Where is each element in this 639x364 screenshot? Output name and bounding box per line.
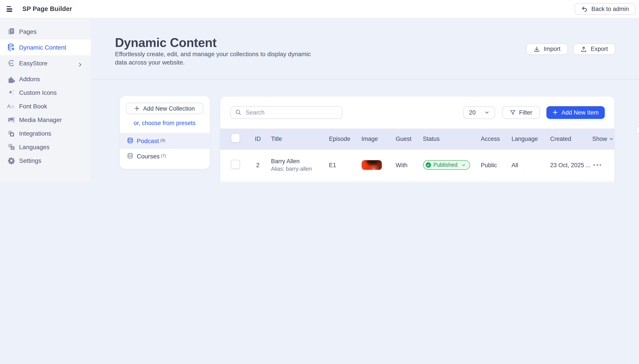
- sidebar-item-settings[interactable]: Settings: [0, 154, 91, 168]
- add-new-collection-button[interactable]: Add New Collection: [126, 103, 203, 114]
- integrations-icon: [7, 129, 15, 138]
- row-checkbox[interactable]: [231, 160, 240, 169]
- languages-icon: [7, 143, 15, 151]
- svg-text:A: A: [7, 103, 11, 109]
- row-title: Barry Allen: [271, 158, 329, 165]
- menu-icon[interactable]: [6, 6, 12, 12]
- addons-icon: [7, 75, 15, 83]
- plus-icon: [134, 106, 140, 111]
- custom-icons-icon: [7, 88, 15, 97]
- collection-count: (7): [161, 153, 166, 158]
- column-header-show[interactable]: Show: [592, 136, 614, 142]
- row-actions: [592, 164, 605, 166]
- sidebar-item-addons[interactable]: Addons: [0, 72, 91, 86]
- column-header-title: Title: [269, 136, 329, 142]
- row-status-cell: Published: [423, 160, 481, 170]
- filter-button[interactable]: Filter: [502, 106, 540, 119]
- import-button[interactable]: Import: [526, 43, 568, 55]
- row-thumbnail: [362, 160, 382, 170]
- column-header-episode: Episode: [329, 136, 362, 142]
- database-icon: [127, 153, 134, 159]
- sidebar-item-custom-icons[interactable]: Custom Icons: [0, 86, 91, 100]
- column-header-created: Created: [550, 136, 592, 142]
- search-input[interactable]: [245, 109, 338, 116]
- choose-presets-link[interactable]: or, choose from presets: [120, 120, 210, 126]
- table-controls: 20 Filter Add New Item: [220, 96, 614, 119]
- row-alias: Alias: barry-allen: [271, 166, 329, 172]
- row-language: All: [512, 162, 550, 168]
- table-panel: 20 Filter Add New Item: [220, 96, 614, 182]
- collection-count: (9): [160, 138, 165, 142]
- chevron-right-icon: [78, 61, 82, 69]
- column-header-image: Image: [362, 136, 396, 142]
- collection-item-courses[interactable]: Courses(7): [120, 148, 210, 164]
- chevron-down-icon: [610, 137, 614, 141]
- media-manager-icon: [7, 116, 15, 124]
- sidebar-item-integrations[interactable]: Integrations: [0, 126, 91, 140]
- row-access: Public: [481, 162, 512, 168]
- undo-arrow-icon: [581, 6, 588, 12]
- column-header-id: ID: [246, 136, 269, 142]
- back-to-admin-button[interactable]: Back to admin: [575, 3, 636, 15]
- plus-icon: [552, 110, 558, 115]
- easystore-icon: [7, 59, 15, 67]
- pages-icon: [7, 27, 15, 36]
- row-title-cell: Barry AllenAlias: barry-allen: [269, 158, 329, 172]
- page-title: Dynamic Content: [115, 35, 216, 50]
- page-subtitle: Effortlessly create, edit, and manage yo…: [115, 50, 324, 67]
- app-title: SP Page Builder: [22, 6, 72, 12]
- row-guest: With: [396, 162, 423, 168]
- app-root: PagesDynamic ContentEasyStoreAddonsCusto…: [0, 0, 639, 182]
- row-episode: E1: [329, 162, 362, 168]
- export-button[interactable]: Export: [573, 43, 615, 55]
- chevron-down-icon: [462, 163, 466, 167]
- check-circle-icon: [426, 162, 431, 168]
- search-icon: [235, 110, 242, 116]
- collection-item-podcast[interactable]: Podcast(9): [120, 133, 210, 148]
- status-dropdown[interactable]: Published: [423, 160, 470, 170]
- table-body: 2Barry AllenAlias: barry-allenE1WithPubl…: [220, 150, 614, 182]
- collection-list: Podcast(9)Courses(7): [120, 133, 210, 164]
- add-new-item-button[interactable]: Add New Item: [546, 106, 605, 119]
- page-header: Dynamic Content Effortlessly create, edi…: [91, 18, 639, 80]
- table-row: 3Barry AllenAlias: barry-allen-2E1WithPu…: [220, 181, 614, 182]
- page-size-select[interactable]: 20: [463, 106, 495, 119]
- main-content: Dynamic Content Effortlessly create, edi…: [91, 18, 639, 182]
- scrollbar-thumb[interactable]: [636, 126, 639, 134]
- row-created: 23 Oct, 2025 ...: [550, 162, 592, 168]
- sidebar-item-font-book[interactable]: AaFont Book: [0, 100, 91, 113]
- sidebar: PagesDynamic ContentEasyStoreAddonsCusto…: [0, 18, 91, 182]
- ellipsis-menu-icon[interactable]: [593, 164, 605, 166]
- dynamic-content-icon: [7, 43, 15, 51]
- sidebar-item-dynamic-content[interactable]: Dynamic Content: [0, 39, 91, 55]
- sidebar-nav: PagesDynamic ContentEasyStoreAddonsCusto…: [0, 18, 91, 168]
- select-all-checkbox[interactable]: [231, 134, 240, 143]
- row-image-cell: [362, 160, 396, 170]
- download-icon: [534, 46, 540, 52]
- sidebar-item-pages[interactable]: Pages: [0, 24, 91, 39]
- collections-card: Add New Collection or, choose from prese…: [120, 96, 210, 169]
- database-icon: [127, 137, 134, 144]
- sidebar-item-languages[interactable]: Languages: [0, 140, 91, 154]
- top-bar: SP Page Builder Back to admin: [0, 0, 639, 18]
- upload-icon: [581, 46, 587, 52]
- svg-text:a: a: [11, 103, 14, 109]
- chevron-down-icon: [484, 110, 489, 115]
- settings-icon: [7, 156, 15, 165]
- sidebar-item-easystore[interactable]: EasyStore: [0, 55, 91, 71]
- column-header-access: Access: [481, 136, 512, 142]
- column-header-status: Status: [423, 136, 481, 142]
- row-id: 2: [246, 162, 269, 168]
- table-row: 2Barry AllenAlias: barry-allenE1WithPubl…: [220, 150, 614, 181]
- font-book-icon: Aa: [7, 102, 15, 110]
- column-header-language: Language: [512, 136, 550, 142]
- search-box[interactable]: [230, 106, 342, 119]
- sidebar-item-media-manager[interactable]: Media Manager: [0, 113, 91, 126]
- filter-icon: [510, 110, 516, 116]
- column-header-guest: Guest: [396, 136, 423, 142]
- table-header: IDTitleEpisodeImageGuestStatusAccessLang…: [220, 128, 614, 150]
